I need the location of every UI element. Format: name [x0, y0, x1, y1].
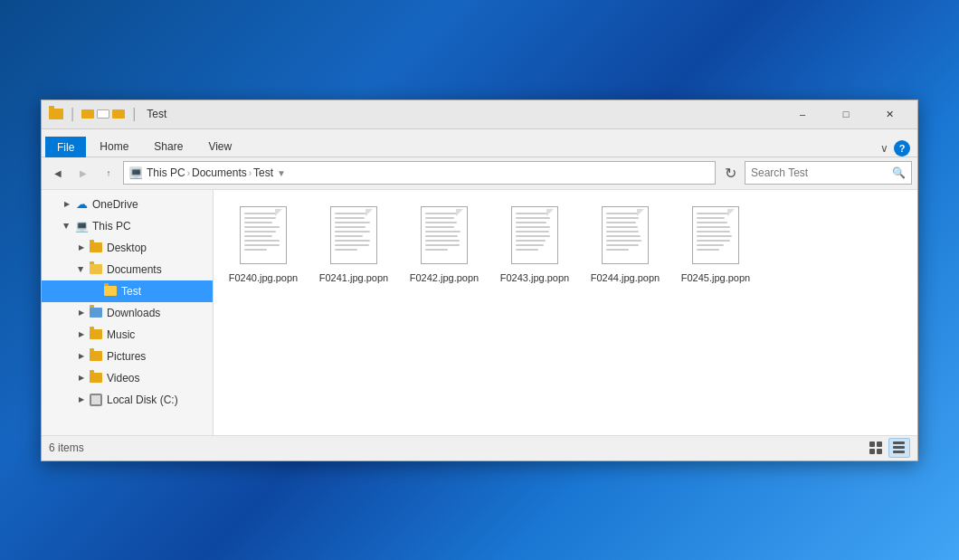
folder-icon-pictures — [89, 349, 103, 364]
tab-view[interactable]: View — [196, 136, 243, 157]
sidebar: ▶ ☁ OneDrive ▶ 💻 This PC ▶ Desktop ▶ — [42, 190, 214, 435]
ribbon-chevron[interactable]: ∨ ? — [880, 140, 914, 157]
quick-folder2-icon — [112, 109, 125, 119]
expand-arrow-test — [89, 284, 103, 299]
sidebar-item-music[interactable]: ▶ Music — [42, 324, 213, 346]
back-button[interactable]: ◀ — [47, 162, 69, 184]
minimize-button[interactable]: – — [782, 100, 823, 128]
window-controls: – □ ✕ — [782, 100, 910, 128]
expand-arrow-desktop: ▶ — [74, 241, 89, 255]
main-content: ▶ ☁ OneDrive ▶ 💻 This PC ▶ Desktop ▶ — [42, 190, 917, 435]
sidebar-item-local-disk[interactable]: ▶ Local Disk (C:) — [42, 389, 213, 411]
expand-arrow-pictures: ▶ — [74, 349, 89, 364]
search-box[interactable]: 🔍 — [745, 161, 912, 185]
window-icon — [49, 107, 63, 121]
crumb-documents[interactable]: Documents — [192, 166, 247, 179]
file-icon-f245 — [688, 204, 743, 268]
onedrive-icon: ☁ — [74, 197, 89, 212]
file-name-f243: F0243.jpg.popn — [500, 271, 569, 284]
view-list-button[interactable] — [865, 438, 887, 458]
svg-rect-1 — [877, 441, 882, 447]
file-name-f244: F0244.jpg.popn — [591, 271, 660, 284]
sidebar-label-desktop: Desktop — [107, 242, 147, 254]
sidebar-item-downloads[interactable]: ▶ Downloads — [42, 302, 213, 324]
sidebar-label-pictures: Pictures — [107, 350, 146, 363]
expand-arrow-local-disk: ▶ — [74, 393, 89, 407]
file-item-f245[interactable]: F0245.jpg.popn — [675, 199, 756, 289]
address-input[interactable]: 💻 This PC › Documents › Test ▼ — [123, 161, 716, 185]
sidebar-item-desktop[interactable]: ▶ Desktop — [42, 237, 213, 259]
status-bar: 6 items — [42, 435, 917, 460]
expand-arrow-documents: ▶ — [74, 262, 89, 277]
expand-arrow-music: ▶ — [74, 327, 89, 342]
search-icon: 🔍 — [892, 166, 906, 179]
sidebar-item-pictures[interactable]: ▶ Pictures — [42, 346, 213, 367]
file-area: F0240.jpg.popnF0241.jpg.popnF0242.jpg.po… — [214, 190, 917, 435]
title-bar: | | Test – □ ✕ — [42, 100, 917, 129]
maximize-button[interactable]: □ — [825, 100, 867, 128]
sidebar-item-this-pc[interactable]: ▶ 💻 This PC — [42, 215, 213, 237]
sidebar-label-local-disk: Local Disk (C:) — [107, 394, 178, 406]
sidebar-item-videos[interactable]: ▶ Videos — [42, 367, 213, 389]
expand-arrow-videos: ▶ — [74, 371, 89, 385]
ribbon: File Home Share View ∨ ? — [42, 129, 917, 157]
file-item-f242[interactable]: F0242.jpg.popn — [404, 199, 485, 289]
sidebar-label-videos: Videos — [107, 372, 139, 384]
svg-rect-4 — [893, 441, 905, 444]
file-item-f240[interactable]: F0240.jpg.popn — [223, 199, 304, 289]
file-name-f241: F0241.jpg.popn — [319, 271, 388, 284]
sidebar-label-downloads: Downloads — [107, 307, 160, 319]
expand-arrow-downloads: ▶ — [74, 306, 89, 320]
file-item-f244[interactable]: F0244.jpg.popn — [584, 199, 666, 289]
tab-share[interactable]: Share — [142, 136, 195, 157]
svg-rect-3 — [877, 449, 882, 454]
svg-rect-2 — [869, 449, 875, 454]
file-name-f242: F0242.jpg.popn — [410, 271, 479, 284]
file-icon-f243 — [508, 204, 562, 268]
tab-home[interactable]: Home — [88, 136, 140, 157]
file-icon-f240 — [236, 204, 290, 268]
file-name-f245: F0245.jpg.popn — [681, 271, 750, 284]
view-buttons — [865, 438, 910, 458]
title-bar-icons: | | — [49, 106, 139, 122]
quick-new-icon — [97, 109, 109, 119]
file-name-f240: F0240.jpg.popn — [229, 271, 298, 284]
folder-icon-downloads — [89, 306, 103, 320]
item-count: 6 items — [49, 441, 84, 454]
disk-icon — [89, 393, 103, 407]
search-input[interactable] — [751, 166, 892, 179]
sidebar-item-test[interactable]: Test — [42, 280, 213, 302]
folder-icon-desktop — [89, 241, 103, 255]
crumb-test[interactable]: Test — [253, 166, 273, 179]
svg-rect-6 — [893, 451, 905, 453]
computer-icon: 💻 — [74, 219, 89, 233]
close-button[interactable]: ✕ — [869, 100, 910, 128]
sidebar-item-documents[interactable]: ▶ Documents — [42, 259, 213, 280]
sidebar-item-onedrive[interactable]: ▶ ☁ OneDrive — [42, 194, 213, 215]
folder-icon-test — [103, 284, 118, 299]
sidebar-label-test: Test — [121, 285, 141, 298]
breadcrumb: 💻 This PC › Documents › Test — [129, 166, 273, 179]
file-icon-f242 — [417, 204, 471, 268]
file-grid: F0240.jpg.popnF0241.jpg.popnF0242.jpg.po… — [223, 199, 908, 289]
refresh-button[interactable]: ↻ — [719, 162, 741, 184]
folder-icon-videos — [89, 371, 103, 385]
folder-icon-music — [89, 327, 103, 342]
file-item-f243[interactable]: F0243.jpg.popn — [494, 199, 575, 289]
sidebar-label-documents: Documents — [107, 263, 162, 276]
view-large-icons-button[interactable] — [888, 438, 910, 458]
file-item-f241[interactable]: F0241.jpg.popn — [313, 199, 394, 289]
address-dropdown-arrow[interactable]: ▼ — [273, 168, 290, 178]
crumb-this-pc[interactable]: This PC — [147, 166, 185, 179]
forward-button[interactable]: ▶ — [72, 162, 94, 184]
help-button[interactable]: ? — [894, 140, 910, 157]
up-button[interactable]: ↑ — [98, 162, 119, 184]
file-icon-f244 — [598, 204, 652, 268]
tab-file[interactable]: File — [45, 137, 86, 157]
expand-arrow-this-pc: ▶ — [60, 219, 74, 233]
ribbon-tabs: File Home Share View ∨ ? — [42, 129, 917, 157]
sidebar-label-this-pc: This PC — [92, 220, 131, 233]
address-bar: ◀ ▶ ↑ 💻 This PC › Documents › Test ▼ ↻ 🔍 — [42, 157, 917, 190]
window-title: Test — [147, 108, 782, 120]
quick-access-icons — [81, 109, 125, 119]
